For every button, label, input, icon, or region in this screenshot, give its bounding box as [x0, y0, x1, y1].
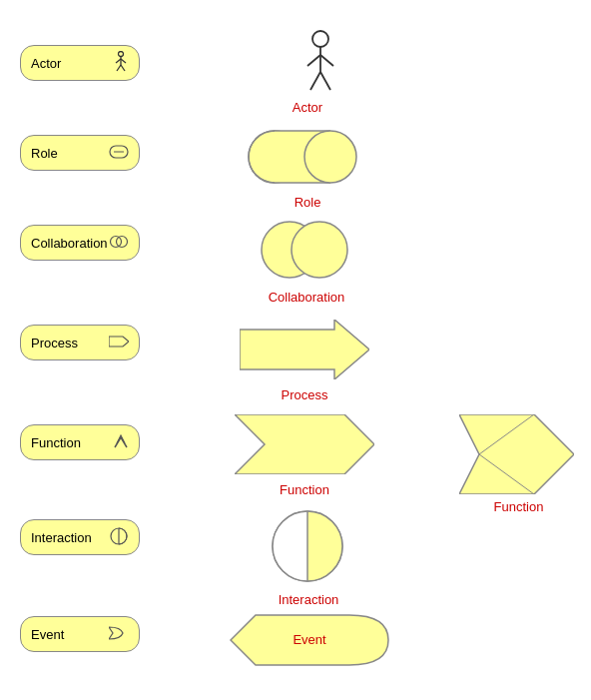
svg-line-5 [121, 65, 125, 71]
svg-marker-10 [109, 337, 129, 347]
svg-line-16 [320, 55, 333, 66]
collaboration-icon [109, 235, 129, 252]
function-folded [459, 414, 574, 494]
function-badge[interactable]: Function [20, 424, 140, 460]
actor-badge[interactable]: Actor [20, 45, 140, 81]
interaction-badge-label: Interaction [31, 530, 92, 545]
actor-center-label: Actor [268, 100, 347, 115]
process-arrow [240, 320, 369, 379]
process-icon [109, 335, 129, 351]
actor-icon [113, 51, 129, 76]
process-badge[interactable]: Process [20, 325, 140, 360]
interaction-badge[interactable]: Interaction [20, 519, 140, 555]
svg-line-15 [307, 55, 320, 66]
process-badge-label: Process [31, 336, 78, 350]
collaboration-badge-label: Collaboration [31, 236, 108, 251]
svg-point-13 [312, 31, 328, 47]
event-center-label: Event [270, 614, 349, 666]
role-icon [109, 145, 129, 162]
collaboration-badge[interactable]: Collaboration [20, 225, 140, 261]
svg-point-0 [119, 51, 124, 56]
event-badge-label: Event [31, 627, 64, 642]
role-badge-label: Role [31, 146, 58, 161]
function-right-label: Function [461, 499, 576, 514]
svg-line-2 [116, 59, 121, 63]
event-icon [109, 626, 129, 643]
role-cylinder [248, 125, 357, 190]
function-chevron [235, 414, 374, 474]
svg-marker-32 [459, 414, 574, 494]
function-center-label: Function [265, 482, 344, 497]
function-badge-label: Function [31, 435, 81, 450]
interaction-center-label: Interaction [264, 592, 353, 607]
svg-line-4 [117, 65, 121, 71]
interaction-shape [268, 509, 347, 584]
process-center-label: Process [265, 387, 344, 402]
function-icon [113, 433, 129, 452]
interaction-icon [109, 527, 129, 548]
collaboration-center-label: Collaboration [252, 290, 361, 305]
role-center-label: Role [268, 195, 347, 210]
diagram-container: Actor Role Collaboration [0, 0, 591, 700]
svg-line-18 [320, 72, 330, 90]
svg-line-3 [121, 59, 126, 63]
event-badge[interactable]: Event [20, 616, 140, 652]
svg-marker-26 [240, 320, 369, 379]
role-badge[interactable]: Role [20, 135, 140, 171]
actor-figure [296, 30, 345, 100]
collaboration-vesica [255, 218, 354, 283]
svg-point-23 [304, 131, 356, 183]
svg-marker-27 [235, 414, 374, 474]
actor-badge-label: Actor [31, 56, 61, 71]
svg-point-25 [292, 222, 347, 278]
svg-line-17 [310, 72, 320, 90]
